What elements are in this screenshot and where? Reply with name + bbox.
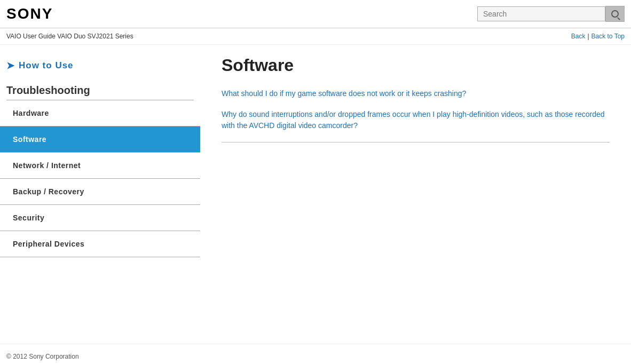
sidebar-item-peripheral-devices[interactable]: Peripheral Devices — [0, 231, 200, 257]
search-button[interactable] — [605, 6, 625, 22]
copyright-text: © 2012 Sony Corporation — [6, 353, 79, 360]
content-divider — [222, 142, 610, 143]
breadcrumb-links: Back | Back to Top — [571, 33, 625, 40]
how-to-use-label: How to Use — [19, 60, 74, 71]
content-area: Software What should I do if my game sof… — [200, 45, 631, 344]
troubleshooting-title: Troubleshooting — [0, 80, 200, 100]
sidebar-item-software[interactable]: Software — [0, 126, 200, 153]
sony-logo: SONY — [6, 5, 53, 22]
how-to-use-section[interactable]: ➤ How to Use — [0, 56, 200, 80]
content-title: Software — [222, 56, 610, 75]
back-link[interactable]: Back — [571, 33, 586, 40]
search-input[interactable] — [477, 6, 605, 21]
back-to-top-link[interactable]: Back to Top — [591, 33, 625, 40]
guide-title: VAIO User Guide VAIO Duo SVJ2021 Series — [6, 33, 133, 40]
content-link-1[interactable]: What should I do if my game software doe… — [222, 88, 610, 99]
sidebar-item-security[interactable]: Security — [0, 205, 200, 231]
content-link-2[interactable]: Why do sound interruptions and/or droppe… — [222, 109, 610, 131]
main-layout: ➤ How to Use Troubleshooting Hardware So… — [0, 45, 631, 344]
header: SONY — [0, 0, 631, 28]
sidebar-item-network-internet[interactable]: Network / Internet — [0, 153, 200, 179]
footer: © 2012 Sony Corporation — [0, 344, 631, 364]
breadcrumb-separator: | — [587, 33, 589, 40]
how-to-use-chevron-icon: ➤ — [6, 60, 14, 72]
sidebar: ➤ How to Use Troubleshooting Hardware So… — [0, 45, 200, 344]
breadcrumb-bar: VAIO User Guide VAIO Duo SVJ2021 Series … — [0, 28, 631, 45]
header-search-area — [477, 6, 625, 22]
sidebar-item-backup-recovery[interactable]: Backup / Recovery — [0, 179, 200, 205]
sidebar-item-hardware[interactable]: Hardware — [0, 100, 200, 126]
search-icon — [611, 10, 619, 18]
